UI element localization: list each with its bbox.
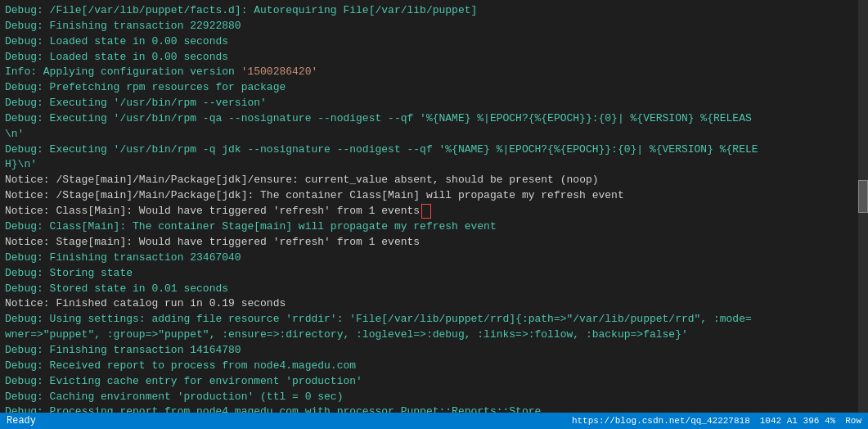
terminal-line: Debug: Finishing transaction 14164780 [5,343,863,359]
status-url: https://blog.csdn.net/qq_42227818 [572,416,750,426]
terminal-line: wner=>"puppet", :group=>"puppet", :ensur… [5,327,863,343]
status-coords: 1042 A1 396 4% [760,416,835,426]
terminal-line: Debug: Received report to process from n… [5,359,863,374]
terminal-line: Debug: Using settings: adding file resou… [5,312,863,327]
red-box-marker [421,204,431,219]
terminal-line: Debug: Prefetching rpm resources for pac… [5,80,863,96]
ready-status: Ready [7,415,36,427]
terminal-line-notice-redbox: Notice: Class[Main]: Would have triggere… [5,204,863,219]
terminal-line-notice: Notice: Stage[main]: Would have triggere… [5,235,863,251]
terminal-line: Debug: Stored state in 0.01 seconds [5,282,863,297]
terminal-line: Debug: Finishing transaction 22922880 [5,19,863,34]
terminal-line: Debug: Evicting cache entry for environm… [5,374,863,390]
terminal-line: Debug: Executing '/usr/bin/rpm -q jdk --… [5,142,863,158]
status-bar: Ready https://blog.csdn.net/qq_42227818 … [0,413,868,429]
terminal-line: H}\n' [5,157,863,173]
terminal-line-notice: Notice: /Stage[main]/Main/Package[jdk]: … [5,188,863,204]
terminal-line: Debug: Executing '/usr/bin/rpm --version… [5,96,863,111]
terminal-line: Debug: Caching environment 'production' … [5,390,863,405]
terminal-line: Debug: Executing '/usr/bin/rpm -qa --nos… [5,111,863,127]
status-bar-right: https://blog.csdn.net/qq_42227818 1042 A… [572,416,861,426]
scrollbar-thumb[interactable] [858,180,868,213]
terminal-window: Debug: /File[/var/lib/puppet/facts.d]: A… [0,0,868,429]
terminal-line: Debug: Loaded state in 0.00 seconds [5,50,863,65]
terminal-line-notice: Notice: Finished catalog run in 0.19 sec… [5,296,863,312]
status-bar-left: Ready [7,415,36,427]
scrollbar[interactable] [858,0,868,429]
terminal-line-info: Info: Applying configuration version '15… [5,65,863,80]
terminal-line: Debug: Loaded state in 0.00 seconds [5,34,863,50]
terminal-line: Debug: Class[Main]: The container Stage[… [5,219,863,235]
terminal-line: \n' [5,127,863,142]
terminal-line: Debug: Storing state [5,266,863,282]
status-encoding: Row [845,416,861,426]
terminal-output: Debug: /File[/var/lib/puppet/facts.d]: A… [5,3,863,429]
terminal-line: Debug: Finishing transaction 23467040 [5,251,863,266]
terminal-line-notice: Notice: /Stage[main]/Main/Package[jdk]/e… [5,173,863,188]
terminal-line: Debug: /File[/var/lib/puppet/facts.d]: A… [5,3,863,19]
